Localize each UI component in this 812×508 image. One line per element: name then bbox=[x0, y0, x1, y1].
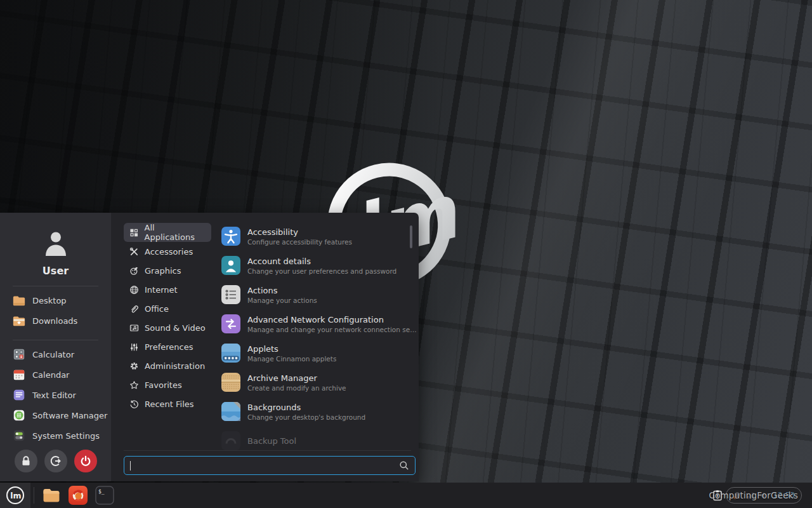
launcher-icon bbox=[42, 486, 61, 505]
search-separator bbox=[124, 450, 411, 451]
category-label: Accessories bbox=[145, 247, 193, 257]
application-item-advanced-network-configuration[interactable]: Advanced Network Configuration Manage an… bbox=[219, 309, 419, 338]
session-button-icon bbox=[79, 455, 92, 467]
favorite-app-label: Software Manager bbox=[32, 411, 107, 420]
application-title: Actions bbox=[247, 286, 317, 295]
session-button-icon bbox=[20, 455, 32, 467]
text-caret bbox=[130, 461, 131, 471]
category-item-recent-files[interactable]: Recent Files bbox=[124, 394, 211, 413]
category-icon bbox=[129, 228, 139, 237]
favorite-app-icon bbox=[12, 388, 26, 402]
category-item-administration[interactable]: Administration bbox=[124, 356, 211, 375]
launcher-icon bbox=[95, 486, 114, 505]
category-icon bbox=[129, 285, 139, 295]
category-item-favorites[interactable]: Favorites bbox=[124, 375, 211, 394]
application-title: Account details bbox=[247, 257, 396, 266]
session-button-lock[interactable] bbox=[15, 450, 37, 472]
launcher-icon bbox=[69, 486, 88, 505]
category-icon bbox=[129, 361, 139, 371]
category-item-accessories[interactable]: Accessories bbox=[124, 242, 211, 261]
category-label: Graphics bbox=[145, 266, 181, 276]
category-icon bbox=[129, 380, 139, 390]
launcher-terminal[interactable] bbox=[91, 483, 118, 508]
application-item-accessibility[interactable]: Accessibility Configure accessibility fe… bbox=[219, 222, 419, 251]
place-icon bbox=[12, 293, 26, 307]
user-name: User bbox=[0, 265, 111, 277]
system-tray: 12:53 ComputingForGeeks bbox=[712, 487, 802, 504]
category-item-office[interactable]: Office bbox=[124, 299, 211, 318]
menu-search-input[interactable] bbox=[134, 461, 395, 471]
session-button-power[interactable] bbox=[74, 450, 97, 472]
application-title: Backgrounds bbox=[247, 403, 365, 412]
launcher-firefox[interactable] bbox=[65, 483, 91, 508]
application-description: Change your desktop's background bbox=[247, 413, 365, 421]
application-icon bbox=[221, 373, 240, 392]
category-item-preferences[interactable]: Preferences bbox=[124, 337, 211, 356]
application-icon bbox=[221, 314, 240, 333]
category-item-sound-video[interactable]: Sound & Video bbox=[124, 318, 211, 337]
application-title: Archive Manager bbox=[247, 373, 346, 383]
application-item-backgrounds[interactable]: Backgrounds Change your desktop's backgr… bbox=[219, 397, 419, 426]
places-list: Desktop Downloads bbox=[0, 290, 111, 331]
tray-icon-network[interactable] bbox=[746, 491, 755, 500]
application-item-account-details[interactable]: Account details Change your user prefere… bbox=[219, 251, 419, 280]
apps-scrollbar-thumb[interactable] bbox=[410, 225, 412, 248]
application-description: Change your user preferences and passwor… bbox=[247, 267, 396, 275]
category-label: Favorites bbox=[145, 380, 182, 390]
application-description: Manage and change your network connectio… bbox=[247, 326, 417, 333]
application-icon bbox=[221, 285, 240, 304]
favorite-app-label: System Settings bbox=[32, 431, 100, 441]
category-icon bbox=[129, 323, 139, 333]
category-label: Preferences bbox=[145, 342, 193, 352]
mint-logo-icon bbox=[6, 486, 25, 505]
tray-icons bbox=[733, 491, 768, 500]
clock[interactable]: 12:53 bbox=[773, 491, 795, 500]
taskbar: 12:53 ComputingForGeeks bbox=[0, 483, 812, 508]
place-item-desktop[interactable]: Desktop bbox=[0, 290, 111, 311]
menu-button[interactable] bbox=[0, 483, 30, 508]
menu-search-box[interactable] bbox=[124, 456, 416, 475]
category-icon bbox=[129, 247, 139, 257]
application-title: Backup Tool bbox=[247, 436, 296, 446]
favorite-app-item-text-editor[interactable]: Text Editor bbox=[0, 385, 111, 405]
favorite-apps-list: Calculator Calendar Text Editor Software… bbox=[0, 344, 111, 446]
cinnamon-menu: User Desktop Downloads Calculat bbox=[0, 213, 419, 481]
favorite-app-item-calendar[interactable]: Calendar bbox=[0, 364, 111, 385]
favorite-app-icon bbox=[12, 347, 26, 361]
category-item-graphics[interactable]: Graphics bbox=[124, 261, 211, 280]
taskbar-launchers bbox=[38, 483, 118, 508]
favorite-app-item-calculator[interactable]: Calculator bbox=[0, 344, 111, 364]
favorite-app-item-software-manager[interactable]: Software Manager bbox=[0, 405, 111, 425]
category-item-all-applications[interactable]: All Applications bbox=[124, 223, 211, 242]
application-title: Accessibility bbox=[247, 227, 352, 237]
category-item-internet[interactable]: Internet bbox=[124, 280, 211, 299]
tray-icon-volume[interactable] bbox=[759, 491, 768, 500]
session-button-logout[interactable] bbox=[44, 450, 67, 472]
application-item-applets[interactable]: Applets Manage Cinnamon applets bbox=[219, 338, 419, 368]
category-label: Recent Files bbox=[145, 399, 194, 409]
menu-main: All Applications Accessories Graphics In… bbox=[111, 213, 419, 481]
place-icon bbox=[12, 314, 26, 328]
category-icon bbox=[129, 342, 139, 352]
application-description: Configure accessibility features bbox=[247, 238, 352, 246]
application-title: Advanced Network Configuration bbox=[247, 315, 417, 324]
favorite-app-label: Calculator bbox=[32, 350, 74, 359]
favorite-app-icon bbox=[12, 408, 26, 422]
place-item-downloads[interactable]: Downloads bbox=[0, 311, 111, 331]
application-item-archive-manager[interactable]: Archive Manager Create and modify an arc… bbox=[219, 368, 419, 397]
category-label: Administration bbox=[145, 361, 205, 371]
tray-icon-status[interactable] bbox=[733, 491, 742, 500]
launcher-files[interactable] bbox=[38, 483, 65, 508]
taskbar-separator bbox=[34, 487, 34, 504]
tray-pill: 12:53 bbox=[726, 487, 802, 504]
notification-clipboard-icon[interactable] bbox=[712, 490, 723, 501]
category-label: All Applications bbox=[145, 223, 206, 242]
user-avatar[interactable] bbox=[41, 228, 71, 258]
place-label: Desktop bbox=[32, 296, 67, 305]
favorite-app-item-system-settings[interactable]: System Settings bbox=[0, 425, 111, 446]
application-item-actions[interactable]: Actions Manage your actions bbox=[219, 280, 419, 309]
sidebar-separator bbox=[13, 340, 98, 340]
category-label: Internet bbox=[145, 285, 178, 295]
favorite-app-icon bbox=[12, 368, 26, 382]
category-label: Sound & Video bbox=[145, 323, 206, 333]
